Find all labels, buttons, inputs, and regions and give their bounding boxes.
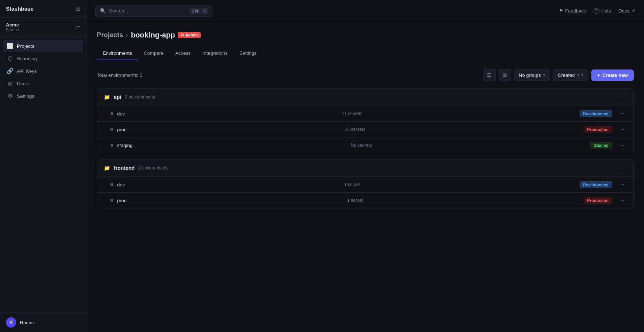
toolbar-right: ☰ ⊞ No groups ▾ Created ↕ ▾ + Create new [483,69,634,81]
env-type-badge: Development [580,110,612,117]
env-more-button[interactable]: ··· [617,126,627,133]
user-name: Radim [20,320,34,325]
sidebar-footer: R Radim [0,313,86,332]
group-count: 3 environments [125,94,155,100]
sort-selector[interactable]: Created ↕ ▾ [553,69,588,81]
docs-label: Docs [618,8,629,14]
help-label: Help [601,8,611,14]
sidebar-item-scanning[interactable]: ⬡ Scanning [3,52,83,65]
env-left: prod [110,198,127,203]
env-name: dev [117,182,125,188]
env-right: Development ··· [580,181,627,188]
env-left: prod [110,127,127,132]
group-header-left: 📁 frontend 2 environments [104,165,169,171]
environment-row[interactable]: dev 11 secrets Development ··· [97,106,633,121]
environment-row[interactable]: staging No secrets Staging ··· [97,137,633,153]
sidebar-item-users[interactable]: ◎ Users [3,77,83,90]
group-more-button[interactable]: ··· [620,94,627,100]
search-icon: 🔍 [100,8,106,14]
grid-view-button[interactable]: ⊞ [499,69,511,81]
docs-link[interactable]: Docs ↗ [618,8,635,14]
chevron-down-icon: ▾ [581,73,584,78]
group-name: api [114,94,121,100]
workspace-role: Startup [6,28,19,32]
scan-icon: ⬡ [7,55,13,62]
tab-compare[interactable]: Compare [138,47,169,60]
tab-integrations[interactable]: Integrations [197,47,233,60]
folder-icon: ⬜ [7,43,13,49]
sidebar-item-projects[interactable]: ⬜ Projects [3,40,83,52]
search-box[interactable]: 🔍 Search... Ctrl K [95,6,213,17]
env-name: staging [117,143,133,148]
sidebar-toggle-icon[interactable]: ⊞ [75,5,80,12]
list-icon: ☰ [487,72,492,78]
group-header-left: 📁 api 3 environments [104,94,155,100]
group-header[interactable]: 📁 api 3 environments ··· [97,89,633,106]
env-more-button[interactable]: ··· [617,110,627,117]
search-placeholder: Search... [109,8,187,14]
env-more-button[interactable]: ··· [617,181,627,188]
breadcrumb-projects[interactable]: Projects [97,31,123,39]
groups-label: No groups [519,72,541,78]
chevron-down-icon: ▾ [543,73,545,78]
sort-direction-icon: ↕ [577,72,579,78]
topbar-actions: ⚑ Feedback ? Help Docs ↗ [559,8,635,14]
groups-container: 📁 api 3 environments ··· dev 11 secrets … [97,88,634,208]
breadcrumb: Projects › booking-app ⊙ Admin [97,31,634,39]
env-secrets-count: 15 secrets [333,127,377,132]
group-header[interactable]: 📁 frontend 2 environments ··· [97,160,633,176]
env-type-badge: Production [584,197,612,204]
groups-selector[interactable]: No groups ▾ [514,69,550,81]
sidebar-item-api-keys[interactable]: 🔗 API Keys [3,65,83,77]
feedback-link[interactable]: ⚑ Feedback [559,8,586,14]
tab-settings[interactable]: Settings [233,47,263,60]
env-right: Production ··· [584,197,627,204]
gear-icon: ⚙ [7,93,13,99]
env-name: dev [117,111,125,117]
users-icon: ◎ [7,80,13,87]
feedback-icon: ⚑ [559,8,563,14]
external-link-icon: ↗ [631,8,635,14]
key-icon: 🔗 [7,68,13,74]
app-logo: Stashbase [6,6,34,12]
group-name: frontend [114,165,135,171]
environment-row[interactable]: dev 1 secret Development ··· [97,176,633,192]
env-status-dot [110,183,113,186]
sidebar: Stashbase ⊞ Acme Startup ⇄ ⬜ Projects ⬡ … [0,0,87,332]
group-count: 2 environments [138,165,169,171]
env-type-badge: Staging [590,142,612,149]
workspace-swap-icon[interactable]: ⇄ [76,24,80,30]
tab-environments[interactable]: Environments [97,47,138,60]
sidebar-item-settings[interactable]: ⚙ Settings [3,90,83,102]
main-area: 🔍 Search... Ctrl K ⚑ Feedback ? Help Doc… [87,0,644,332]
workspace-name: Acme [6,22,19,28]
k-key: K [201,8,208,14]
env-secrets-count: No secrets [339,143,383,148]
env-name: prod [117,198,127,203]
list-view-button[interactable]: ☰ [483,69,496,81]
create-label: Create new [602,72,628,78]
tab-access[interactable]: Access [169,47,197,60]
admin-badge: ⊙ Admin [178,32,201,38]
environment-row[interactable]: prod 1 secret Production ··· [97,192,633,208]
group-folder-icon: 📁 [104,94,110,100]
environment-group: 📁 frontend 2 environments ··· dev 1 secr… [97,159,634,208]
group-folder-icon: 📁 [104,165,110,171]
toolbar: Total environments: 5 ☰ ⊞ No groups ▾ Cr… [97,69,634,81]
create-new-button[interactable]: + Create new [591,69,634,81]
help-link[interactable]: ? Help [594,8,611,14]
sidebar-item-label: API Keys [17,68,36,74]
group-more-button[interactable]: ··· [620,165,627,171]
environment-row[interactable]: prod 15 secrets Production ··· [97,121,633,137]
env-status-dot [110,128,113,131]
sidebar-nav: ⬜ Projects ⬡ Scanning 🔗 API Keys ◎ Users… [0,37,86,313]
workspace-selector[interactable]: Acme Startup ⇄ [0,18,86,37]
content-area: Projects › booking-app ⊙ Admin Environme… [87,22,644,332]
search-shortcut: Ctrl K [190,8,208,14]
env-more-button[interactable]: ··· [617,142,627,149]
ctrl-key: Ctrl [190,8,200,14]
grid-icon: ⊞ [503,72,507,78]
sort-label: Created [558,72,575,78]
help-icon: ? [594,8,599,14]
env-more-button[interactable]: ··· [617,197,627,204]
